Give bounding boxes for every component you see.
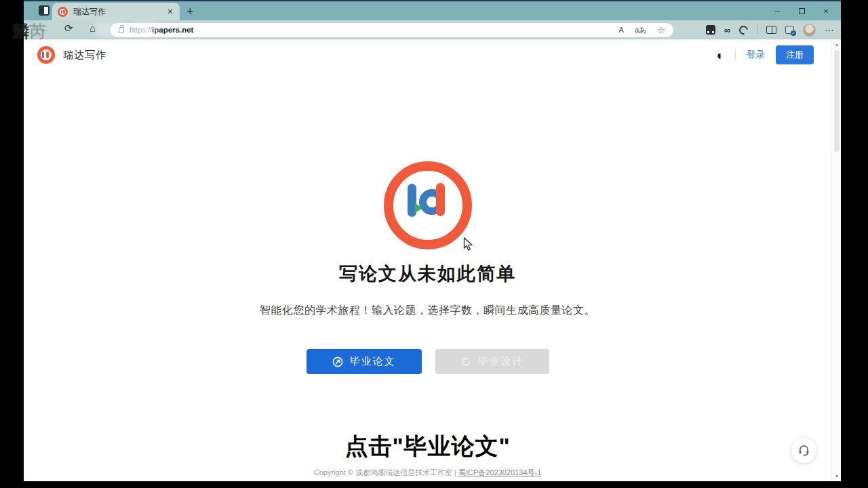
- window-controls: – ×: [765, 1, 838, 20]
- browser-menu-icon[interactable]: ⋯: [825, 24, 834, 35]
- minimize-button[interactable]: –: [765, 6, 789, 16]
- video-frame: 瑞达写作 × + – × ← ⟳ ⌂ https:// ipapers.net …: [0, 0, 868, 488]
- split-screen-icon[interactable]: [766, 26, 776, 34]
- hero-title: 写论文从未如此简单: [24, 262, 831, 286]
- customer-service-button[interactable]: [791, 438, 816, 463]
- browser-tab[interactable]: 瑞达写作 ×: [52, 3, 180, 20]
- compass-icon: [332, 357, 343, 367]
- browser-window: 瑞达写作 × + – × ← ⟳ ⌂ https:// ipapers.net …: [24, 0, 841, 481]
- logo-green-triangle-icon: [415, 203, 423, 213]
- scrollbar-thumb[interactable]: [834, 50, 840, 152]
- profile-avatar[interactable]: [803, 24, 816, 37]
- toolbar-divider: [757, 25, 757, 35]
- watermark-char-2: 芮: [29, 22, 46, 41]
- scroll-up-icon[interactable]: ▲: [832, 42, 841, 47]
- maximize-button[interactable]: [789, 6, 814, 16]
- infinity-extension-icon[interactable]: ∞: [724, 25, 730, 35]
- footer-divider: |: [454, 468, 456, 476]
- register-button[interactable]: 注册: [776, 45, 814, 64]
- secondary-button-label: 毕业设计: [478, 355, 524, 368]
- icp-link[interactable]: 蜀ICP备2023020134号-1: [458, 468, 541, 476]
- hero-subtitle: 智能化您的学术旅程！输入论题，选择字数，瞬间生成高质量论文。: [24, 304, 831, 318]
- new-tab-button[interactable]: +: [186, 4, 194, 19]
- letterbox-left: [0, 0, 24, 488]
- letterbox-right: [841, 0, 868, 488]
- mouse-cursor: [463, 237, 473, 254]
- tab-actions-icon[interactable]: [39, 5, 50, 16]
- sync-check-badge: ✓: [791, 30, 796, 36]
- watermark-smudge-2: [133, 22, 159, 37]
- primary-button-label: 毕业论文: [350, 355, 396, 368]
- toolbar-extensions: ∞ ✓ ⋯: [706, 20, 834, 39]
- read-aloud-icon[interactable]: A: [619, 26, 624, 34]
- graduation-design-button: 毕业设计: [435, 349, 549, 374]
- brand-logo-icon: [37, 46, 55, 64]
- tutorial-caption: 点击"毕业论文": [24, 431, 831, 462]
- maximize-icon: [799, 8, 805, 14]
- watermark-char-1: 麟: [12, 22, 29, 41]
- header-actions: ◐ 登录 注册: [717, 39, 814, 70]
- tab-strip: 瑞达写作 × + – ×: [24, 1, 841, 20]
- header-divider: [735, 49, 736, 60]
- page-scrollbar[interactable]: ▲ ▼: [831, 39, 841, 481]
- browser-essentials-icon[interactable]: [737, 24, 749, 36]
- window-close-button[interactable]: ×: [814, 6, 838, 16]
- address-bar-actions: A aあ ☆: [619, 25, 665, 35]
- site-header: 瑞达写作 ◐ 登录 注册: [24, 39, 841, 70]
- brand-name: 瑞达写作: [63, 49, 106, 62]
- login-link[interactable]: 登录: [747, 49, 765, 61]
- scroll-down-icon[interactable]: ▼: [832, 474, 841, 479]
- refresh-icon[interactable]: ⟳: [64, 22, 73, 35]
- theme-toggle-icon[interactable]: ◐: [717, 49, 724, 62]
- hero-buttons: 毕业论文 毕业设计: [24, 349, 831, 374]
- web-page: 瑞达写作 ◐ 登录 注册 写论文从未如此简单 智能化您的学术旅程！输入论题，选: [24, 39, 841, 481]
- hero-section: 写论文从未如此简单 智能化您的学术旅程！输入论题，选择字数，瞬间生成高质量论文。…: [24, 70, 831, 374]
- copyright-text: Copyright © 成都鸿颂瑞达信息技术工作室: [314, 468, 452, 476]
- site-brand[interactable]: 瑞达写作: [37, 46, 106, 64]
- logo-letter-d-stem: [436, 183, 445, 216]
- graduation-thesis-button[interactable]: 毕业论文: [307, 349, 422, 374]
- translate-icon[interactable]: aあ: [635, 25, 646, 35]
- collections-icon[interactable]: ✓: [785, 26, 794, 34]
- letterbox-bottom: [0, 481, 868, 488]
- video-watermark: 麟芮: [12, 20, 46, 43]
- site-favicon-icon: [58, 7, 68, 17]
- hero-logo: [384, 161, 472, 249]
- watermark-smudge-1: [95, 22, 126, 37]
- extension-icon[interactable]: [706, 25, 715, 35]
- address-bar[interactable]: https:// ipapers.net A aあ ☆: [111, 23, 673, 37]
- sync-icon: [460, 357, 471, 367]
- tab-title: 瑞达写作: [73, 6, 166, 18]
- favorite-star-icon[interactable]: ☆: [657, 25, 665, 35]
- headset-icon: [797, 444, 810, 457]
- page-footer: Copyright © 成都鸿颂瑞达信息技术工作室 | 蜀ICP备2023020…: [24, 468, 831, 478]
- tab-close-icon[interactable]: ×: [166, 6, 174, 17]
